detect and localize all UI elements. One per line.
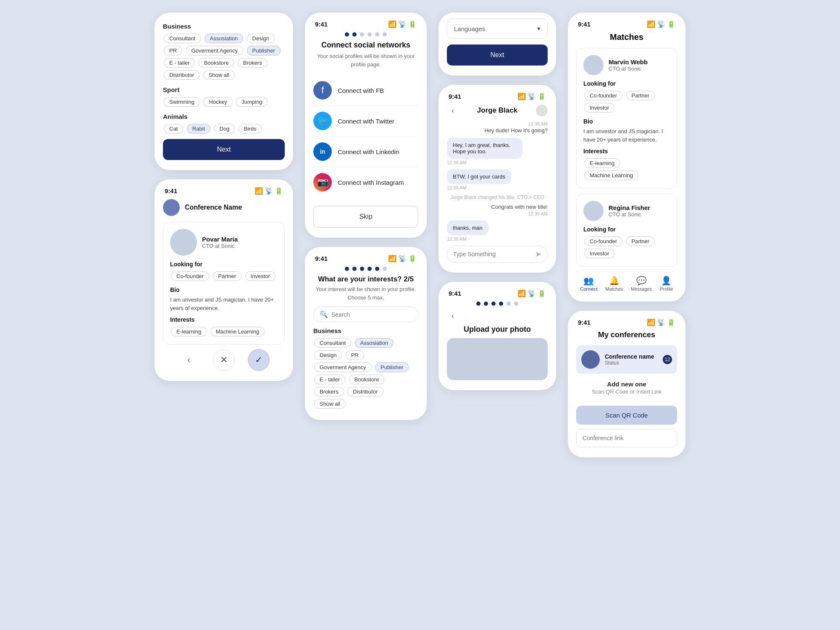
nav-connect[interactable]: 👥 Connect: [580, 276, 598, 291]
tag-govagency[interactable]: Goverment Agency: [186, 46, 244, 55]
dot-6-s7: [514, 302, 518, 306]
nav-profile[interactable]: 👤 Profile: [660, 276, 673, 291]
match-2-looking-label: Looking for: [583, 226, 670, 233]
conf-item-info: Conference name Status: [605, 353, 658, 366]
languages-label: Languages: [454, 25, 485, 32]
tag-brokers[interactable]: Brokers: [238, 58, 268, 68]
signal-icon: 📶: [255, 187, 263, 195]
chat-input-area[interactable]: ➤: [447, 246, 548, 262]
tag-publisher[interactable]: Publisher: [247, 46, 281, 55]
nav-matches[interactable]: 🔔 Matches: [606, 276, 623, 291]
tag-swimming[interactable]: Swimming: [164, 97, 200, 107]
tag-cofounder-s3: Co-founder: [171, 271, 209, 281]
scan-qr-button[interactable]: Scan QR Code: [576, 406, 677, 425]
profile-card-screen3: Povar Maria CTO at Sonic Looking for Co-…: [163, 222, 285, 345]
i-tag-assosiation[interactable]: Assosiation: [355, 338, 394, 348]
battery-icon-s9: 🔋: [667, 318, 675, 326]
tag-partner-s3: Partner: [213, 271, 242, 281]
dot-2-s7: [484, 302, 488, 306]
tag-investor-s3: Investor: [245, 271, 276, 281]
match-card-2: Regina Fisher CTO at Sonic Looking for C…: [576, 194, 677, 267]
check-icon: ✓: [255, 354, 262, 365]
i-tag-pr[interactable]: PR: [346, 350, 364, 360]
social-fb[interactable]: f Connect with FB: [313, 75, 418, 106]
i-tag-etailer[interactable]: E - tailer: [314, 375, 345, 384]
match-1-info: Marvin Webb CTO at Sonic: [609, 58, 648, 72]
i-tag-publisher[interactable]: Publisher: [375, 362, 409, 372]
tag-consultant[interactable]: Consultant: [164, 34, 201, 43]
tag-assosiation[interactable]: Assosiation: [205, 34, 243, 43]
tag-partner-m2: Partner: [626, 236, 655, 246]
screen-matches: 9:41 📶 📡 🔋 Matches Marvin Webb CTO at So…: [568, 13, 685, 302]
social-title: Connect social networks: [313, 41, 418, 50]
instagram-icon: 📷: [313, 173, 332, 192]
nav-messages[interactable]: 💬 Messages: [631, 276, 652, 291]
i-tag-govagency[interactable]: Goverment Agency: [314, 362, 372, 372]
chat-messages: 12:36 AM Hey dude! How it's going? Hey, …: [447, 121, 548, 242]
social-twitter[interactable]: 🐦 Connect with Twitter: [313, 106, 418, 136]
social-instagram[interactable]: 📷 Connect with Instagram: [313, 167, 418, 197]
back-button-s7[interactable]: ‹: [447, 310, 459, 322]
i-tag-consultant[interactable]: Consultant: [314, 338, 351, 348]
time-screen7: 9:41: [449, 290, 461, 297]
search-bar-s4[interactable]: 🔍: [313, 307, 418, 322]
i-tag-showall[interactable]: Show all: [314, 399, 346, 409]
fb-label: Connect with FB: [338, 87, 384, 94]
tag-pr[interactable]: PR: [164, 46, 182, 55]
send-button[interactable]: ➤: [535, 249, 541, 259]
bottom-actions-screen3: ‹ ✕ ✓: [163, 345, 285, 375]
tag-hockey[interactable]: Hockey: [203, 97, 232, 107]
close-icon: ✕: [220, 354, 228, 365]
dot-4-s7: [499, 302, 503, 306]
tag-birds[interactable]: Birds: [239, 124, 262, 134]
i-tag-bookstore[interactable]: Bookstore: [349, 375, 385, 384]
online-indicator: [536, 105, 548, 116]
search-input-s4[interactable]: [331, 311, 405, 318]
conf-item-badge: 12: [663, 355, 672, 364]
status-bar-screen2: 9:41 📶 📡 🔋: [313, 20, 418, 28]
i-tag-distributor[interactable]: Distributor: [347, 387, 383, 396]
prev-action-button[interactable]: ‹: [178, 349, 200, 371]
next-button-screen1[interactable]: Next: [163, 139, 285, 160]
dot-3-s7: [491, 302, 496, 306]
dot-5-s7: [507, 302, 511, 306]
reject-button[interactable]: ✕: [213, 349, 235, 371]
match-2-avatar: [583, 201, 604, 221]
i-tag-brokers[interactable]: Brokers: [314, 387, 344, 396]
tag-dog[interactable]: Dog: [214, 124, 235, 134]
photo-upload-box[interactable]: [447, 338, 548, 380]
animals-label: Animals: [163, 113, 285, 120]
conference-link-input[interactable]: [576, 429, 677, 447]
screen-interests: 9:41 📶 📡 🔋 What are your interests? 2/5 …: [305, 247, 427, 420]
tag-jumping[interactable]: Jumping: [236, 97, 268, 107]
tag-showall-business[interactable]: Show all: [203, 70, 235, 80]
next-button-screen6[interactable]: Next: [447, 45, 548, 66]
chat-input[interactable]: [453, 251, 532, 257]
back-button-chat[interactable]: ‹: [447, 105, 459, 116]
fb-icon: f: [313, 81, 332, 100]
tag-distributor[interactable]: Distributor: [164, 70, 200, 80]
tag-design[interactable]: Design: [247, 34, 275, 43]
conference-item[interactable]: Conference name Status 12: [576, 345, 677, 374]
status-bar-screen3: 9:41 📶 📡 🔋: [163, 187, 285, 195]
dot-6-s4: [383, 267, 387, 271]
tag-cat[interactable]: Cat: [164, 124, 183, 134]
i-tag-design[interactable]: Design: [314, 350, 342, 360]
add-new-section: Add new one Scan QR Code or Insert Link: [576, 374, 677, 402]
my-conferences-title: My conferences: [576, 331, 677, 339]
social-linkedin[interactable]: in Connect with Linkedin: [313, 136, 418, 167]
match-1-bio-label: Bio: [583, 118, 670, 125]
tag-cofounder-m1: Co-founder: [584, 91, 622, 100]
tag-investor-m1: Investor: [584, 103, 614, 113]
profile-icon: 👤: [661, 276, 672, 286]
tag-bookstore[interactable]: Bookstore: [199, 58, 234, 68]
match-1-avatar: [583, 55, 604, 75]
skip-button[interactable]: Skip: [313, 206, 418, 228]
dot-4-s4: [368, 267, 372, 271]
msg-system: Jorge Black changed his title. CTO > CEO: [447, 194, 548, 200]
tag-rabit[interactable]: Rabit: [187, 124, 210, 134]
languages-dropdown[interactable]: Languages ▾: [447, 18, 548, 39]
tag-etailer[interactable]: E - tailer: [164, 58, 195, 68]
signal-icon-s2: 📶: [388, 20, 396, 28]
accept-button[interactable]: ✓: [248, 349, 270, 371]
